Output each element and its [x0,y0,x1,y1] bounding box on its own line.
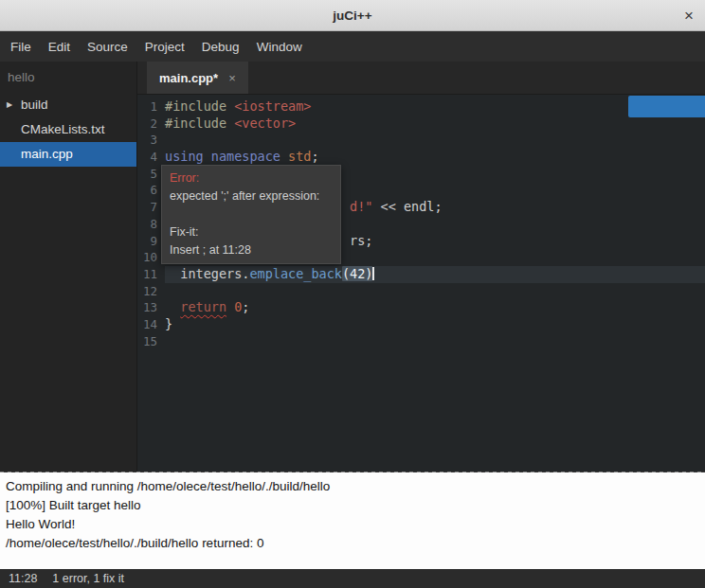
token-preproc: #include [165,116,234,131]
menu-edit[interactable]: Edit [40,33,79,61]
tooltip-fixit-text: Insert ; at 11:28 [170,241,333,259]
tab-label: main.cpp* [159,71,218,85]
token-plain [280,149,288,164]
window-title: juCi++ [333,9,371,23]
token-plain: ; [242,299,249,314]
menu-debug[interactable]: Debug [193,33,248,61]
line-number: 14 [137,316,165,333]
output-line: /home/olece/test/hello/./build/hello ret… [6,534,699,553]
error-status[interactable]: 1 error, 1 fix it [52,572,124,585]
code-text: } [165,316,705,333]
tooltip-error-text: expected ';' after expression: [170,187,333,205]
token-plain [204,149,211,164]
token-preproc: #include [165,98,234,114]
code-editor[interactable]: 1#include <iostream>2#include <vector>34… [137,95,705,472]
output-line: [100%] Built target hello [6,496,699,515]
tooltip-spacer [170,205,333,223]
tooltip-fixit-label: Fix-it: [170,223,333,241]
token-plain [165,299,180,314]
line-number: 3 [137,132,165,149]
tree-item-label: CMakeLists.txt [21,122,105,136]
code-text: #include <iostream> [165,98,705,116]
main-area: hello ▶buildCMakeLists.txtmain.cpp main.… [0,62,705,472]
editor-line-13: 13 return 0; [137,299,705,316]
editor-line-12: 12 [137,283,705,300]
token-std: std [288,149,311,164]
editor-line-4: 4using namespace std; [137,149,705,166]
token-plain: } [165,316,172,331]
file-tree: ▶buildCMakeLists.txtmain.cpp [0,93,136,167]
editor-pane: main.cpp* × 1#include <iostream>2#includ… [137,62,705,472]
menu-file[interactable]: File [2,33,40,61]
token-kw: namespace [211,149,280,164]
scrollbar-thumb[interactable] [628,96,705,117]
diagnostic-tooltip: Error: expected ';' after expression: Fi… [161,165,341,264]
line-number: 4 [137,149,165,166]
tree-item-build[interactable]: ▶build [0,93,136,117]
editor-line-15: 15 [137,333,705,350]
expander-icon[interactable]: ▶ [7,93,12,117]
status-bar: 11:28 1 error, 1 fix it [0,569,705,588]
code-text: using namespace std; [165,149,705,166]
token-plain: rs; [350,233,372,248]
tab-close-icon[interactable]: × [228,71,236,85]
menu-project[interactable]: Project [136,33,193,61]
editor-line-1: 1#include <iostream> [137,98,705,116]
menu-source[interactable]: Source [79,33,136,61]
token-string: <iostream> [234,98,311,114]
code-text: return 0; [165,299,705,316]
output-line: Compiling and running /home/olece/test/h… [6,477,699,496]
token-plain: integers. [165,266,249,281]
close-icon[interactable]: × [684,8,694,24]
token-string: <vector> [234,116,296,131]
code-text [165,283,705,300]
tab-main-cpp[interactable]: main.cpp* × [147,62,248,94]
line-number: 13 [137,299,165,316]
token-err: return [180,299,226,314]
line-number: 15 [137,333,165,350]
line-number: 2 [137,116,165,133]
menu-bar: FileEditSourceProjectDebugWindow [0,31,705,62]
line-number: 12 [137,283,165,300]
line-number: 11 [137,266,165,283]
app-window: juCi++ × FileEditSourceProjectDebugWindo… [0,0,705,588]
title-bar: juCi++ × [0,0,705,31]
cursor-position: 11:28 [9,572,37,585]
output-line: Hello World! [6,515,699,534]
menu-window[interactable]: Window [248,33,311,61]
token-hl: (42) [342,266,373,281]
tree-item-main-cpp[interactable]: main.cpp [0,142,136,167]
file-tree-panel: hello ▶buildCMakeLists.txtmain.cpp [0,62,137,472]
editor-line-2: 2#include <vector> [137,116,705,133]
token-kw: using [165,149,204,164]
tree-item-label: build [21,98,48,112]
token-plain: << endl; [372,199,442,214]
tree-item-cmakelists-txt[interactable]: CMakeLists.txt [0,117,136,142]
tooltip-error-label: Error: [170,169,333,187]
tab-bar: main.cpp* × [137,62,705,95]
token-plain: ; [311,149,318,164]
token-plain [226,299,234,314]
code-text [165,333,705,350]
code-text: integers.emplace_back(42) [165,266,705,283]
code-text [165,132,705,149]
editor-line-11: 11 integers.emplace_back(42) [137,266,705,283]
project-name: hello [0,65,136,93]
code-text: #include <vector> [165,116,705,133]
token-string: d!" [350,199,372,214]
editor-line-14: 14} [137,316,705,333]
text-cursor [372,267,374,280]
token-fn: emplace_back [249,266,342,281]
line-number: 1 [137,98,165,116]
editor-line-3: 3 [137,132,705,149]
output-panel[interactable]: Compiling and running /home/olece/test/h… [0,472,705,569]
tree-item-label: main.cpp [21,147,73,161]
